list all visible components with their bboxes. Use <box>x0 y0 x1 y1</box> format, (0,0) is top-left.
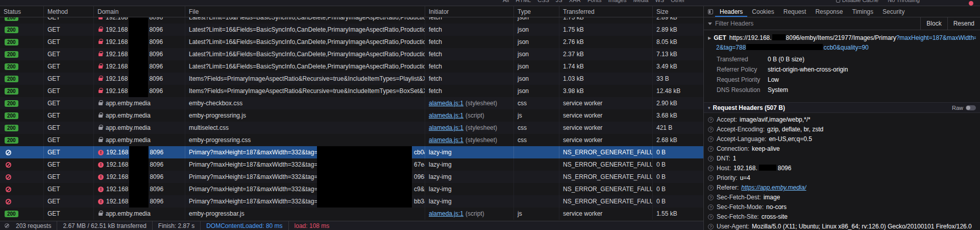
help-icon[interactable]: ? <box>708 204 714 210</box>
throttling-select[interactable]: No Throttling <box>888 0 920 3</box>
method-cell: GET <box>44 208 94 220</box>
table-row[interactable]: 200GETapp.emby.mediaemby-progressring.cs… <box>0 134 703 146</box>
help-icon[interactable]: ? <box>708 146 714 152</box>
column-header-domain[interactable]: Domain <box>94 6 185 17</box>
column-header-status[interactable]: Status <box>0 6 44 17</box>
headers-filter-row: Block Resend <box>704 17 980 30</box>
filter-chip-css[interactable]: CSS <box>537 0 549 3</box>
tab-headers[interactable]: Headers <box>715 6 747 17</box>
column-header-initiator[interactable]: Initiator <box>425 6 514 17</box>
initiator-link[interactable]: alameda.js:1 <box>429 124 463 131</box>
panel-toggle-icon[interactable] <box>706 6 715 17</box>
table-row[interactable]: 200GET192.1688096Items?Fields=PrimaryIma… <box>0 85 703 97</box>
request-headers-section-header[interactable]: ▾ Request Headers (507 B) Raw <box>704 102 980 113</box>
help-icon[interactable]: ? <box>708 175 714 181</box>
block-button[interactable]: Block <box>920 17 947 30</box>
help-icon[interactable]: ? <box>708 214 714 220</box>
initiator-link[interactable]: alameda.js:1 <box>429 210 463 217</box>
domain-cell: app.emby.media <box>94 208 185 220</box>
tab-security[interactable]: Security <box>878 6 909 17</box>
raw-toggle[interactable] <box>966 105 976 110</box>
help-icon[interactable]: ? <box>708 166 714 171</box>
table-row[interactable]: 200GET192.1688096Latest?Limit=16&Fields=… <box>0 24 703 36</box>
table-row[interactable]: 200GETapp.emby.mediaemby-checkbox.cssala… <box>0 97 703 109</box>
column-header-type[interactable]: Type <box>514 6 559 17</box>
domain-cell: app.emby.media <box>94 97 185 109</box>
tab-response[interactable]: Response <box>811 6 847 17</box>
filter-chip-other[interactable]: Other <box>671 0 685 3</box>
domain-port: 8096 <box>149 63 163 70</box>
column-header-file[interactable]: File <box>185 6 425 17</box>
record-icon[interactable] <box>969 1 973 6</box>
column-header-transferred[interactable]: Transferred <box>559 6 653 17</box>
type-cell: css <box>514 122 559 134</box>
help-icon[interactable]: ? <box>708 117 714 123</box>
table-row[interactable]: 200GETapp.emby.mediamultiselect.cssalame… <box>0 122 703 134</box>
table-row[interactable]: 200GET192.1688096Latest?Limit=16&Fields=… <box>0 48 703 60</box>
domain-text: 192.168 <box>106 149 128 156</box>
table-row[interactable]: 200GET192.1688096Latest?Limit=16&Fields=… <box>0 60 703 73</box>
summary-row: Transferred0 B (0 B size) <box>708 54 976 64</box>
filter-chip-xhr[interactable]: XHR <box>569 0 581 3</box>
file-cell: emby-progressbar.js <box>185 208 425 220</box>
table-row[interactable]: 200GET192.1688096Items?Fields=PrimaryIma… <box>0 73 703 85</box>
help-icon[interactable]: ? <box>708 195 714 200</box>
table-row[interactable]: 200GETapp.emby.mediaemby-progressbar.jsa… <box>0 208 703 220</box>
filter-chip-js[interactable]: JS <box>556 0 562 3</box>
help-icon[interactable]: ? <box>708 156 714 162</box>
filter-chip-media[interactable]: Media <box>633 0 648 3</box>
initiator-link[interactable]: alameda.js:1 <box>429 112 463 119</box>
table-row[interactable]: GET!192.1688096Primary?maxHeight=187&max… <box>0 183 703 195</box>
redaction-box <box>772 34 786 40</box>
filter-chip-html[interactable]: HTML <box>516 0 531 3</box>
header-value: 192.168.8096 <box>733 164 791 173</box>
help-icon[interactable]: ? <box>708 224 714 229</box>
file-text: emby-progressring.css <box>189 136 251 144</box>
file-cell: Latest?Limit=16&Fields=BasicSyncInfo,Can… <box>185 17 425 24</box>
table-row[interactable]: GET!192.1688096Primary?maxHeight=187&max… <box>0 171 703 183</box>
transferred-summary: 2.67 MB / 62.51 kB transferred <box>57 221 152 230</box>
disable-cache-checkbox[interactable]: Disable Cache <box>836 0 879 3</box>
header-row: ?Accept-Encodinggzip, deflate, br, zstd <box>708 125 980 134</box>
table-row[interactable]: GET!192.1688096Primary?maxHeight=187&max… <box>0 146 703 158</box>
table-row[interactable]: 200GETapp.emby.mediaemby-progressring.js… <box>0 109 703 122</box>
table-row[interactable]: GET!192.1688096Primary?maxHeight=187&max… <box>0 158 703 171</box>
header-row: ?Acceptimage/avif,image/webp,*/* <box>708 115 980 125</box>
initiator-cell: alameda.js:1(stylesheet) <box>425 134 514 146</box>
table-row[interactable]: 200GET192.1688096Latest?Limit=16&Fields=… <box>0 17 703 24</box>
size-cell: 12.48 kB <box>653 85 703 97</box>
table-row[interactable]: 200GET192.1688096Latest?Limit=16&Fields=… <box>0 36 703 48</box>
initiator-cell: lazy-img <box>425 171 514 183</box>
filter-chip-fonts[interactable]: Fonts <box>587 0 602 3</box>
redaction-box <box>129 24 148 36</box>
file-text: emby-progressring.js <box>189 112 246 119</box>
initiator-link[interactable]: alameda.js:1 <box>429 100 463 107</box>
filter-chip-ws[interactable]: WS <box>655 0 664 3</box>
type-cell: js <box>514 109 559 122</box>
tab-cookies[interactable]: Cookies <box>747 6 778 17</box>
help-icon[interactable]: ? <box>708 136 714 142</box>
header-value[interactable]: https://app.emby.media/ <box>741 183 806 193</box>
domcontentloaded-time[interactable]: DOMContentLoaded: 80 ms <box>200 221 288 230</box>
initiator-link[interactable]: alameda.js:1 <box>429 136 463 144</box>
status-bar: 203 requests 2.67 MB / 62.51 kB transfer… <box>0 221 703 230</box>
initiator-cell: lazy-img <box>425 183 514 195</box>
help-icon[interactable]: ? <box>708 127 714 132</box>
filter-headers-input[interactable] <box>715 20 920 27</box>
resend-button[interactable]: Resend <box>947 17 980 30</box>
type-cell: json <box>514 17 559 24</box>
initiator-text: lazy-img <box>429 149 452 156</box>
filter-chip-all[interactable]: All <box>503 0 509 3</box>
tab-request[interactable]: Request <box>779 6 811 17</box>
tab-timings[interactable]: Timings <box>847 6 878 17</box>
initiator-text: lazy-img <box>429 186 452 193</box>
request-url-line1: ▶GEThttps://192.168.8096/emby/Items/2197… <box>708 33 976 43</box>
filter-chip-images[interactable]: Images <box>608 0 626 3</box>
column-header-size[interactable]: Size <box>653 6 703 17</box>
column-header-method[interactable]: Method <box>44 6 94 17</box>
help-icon[interactable]: ? <box>708 185 714 191</box>
load-time[interactable]: load: 108 ms <box>288 221 335 230</box>
table-row[interactable]: GET!192.1688096Primary?maxHeight=187&max… <box>0 195 703 208</box>
initiator-cell: lazy-img <box>425 195 514 208</box>
expand-icon[interactable]: ▶ <box>708 36 711 40</box>
